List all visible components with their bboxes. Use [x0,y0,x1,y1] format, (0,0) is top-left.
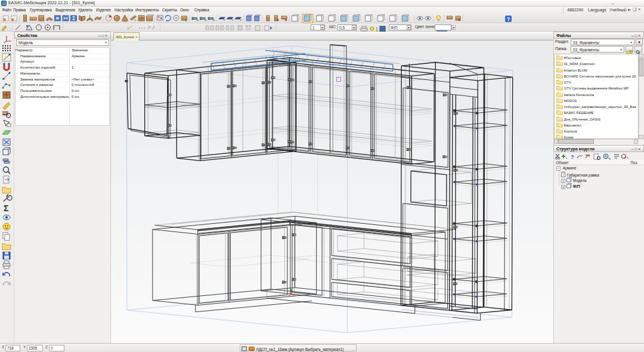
svg-text:Σ: Σ [4,203,8,213]
svg-text:?: ? [571,154,574,160]
svg-text:?: ? [507,16,510,22]
